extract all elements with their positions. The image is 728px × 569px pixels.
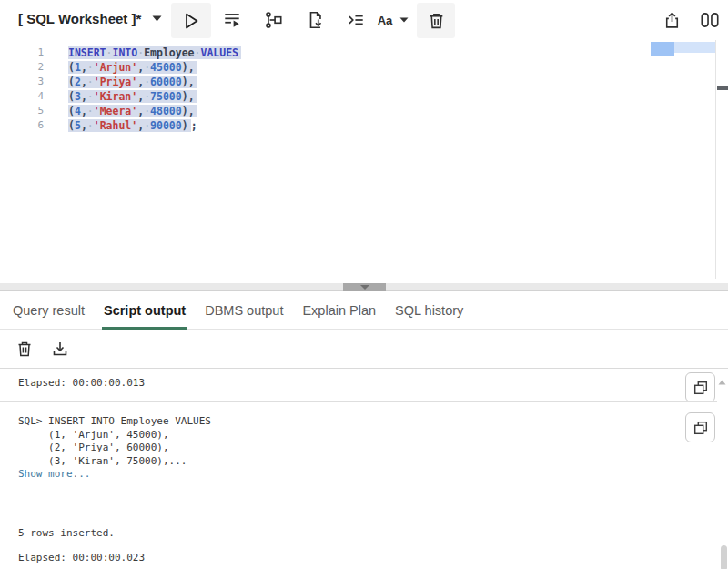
line-number: 6 — [0, 118, 44, 133]
format-icon — [346, 10, 366, 30]
run-icon — [181, 11, 201, 31]
clear-worksheet-button[interactable] — [417, 3, 455, 38]
download-document-icon — [306, 10, 326, 30]
run-script-icon — [222, 10, 242, 30]
line-number: 2 — [0, 60, 44, 75]
show-more-link[interactable]: Show more... — [18, 468, 211, 482]
explain-plan-icon — [264, 10, 284, 30]
chevron-down-icon — [360, 285, 369, 290]
script-output-line: (3, 'Kiran', 75000),... — [18, 455, 211, 469]
tab-sql-history[interactable]: SQL history — [393, 291, 465, 329]
code-line[interactable]: 2(1,·'Arjun',·45000), — [0, 60, 241, 75]
output-separator — [0, 401, 717, 402]
code-line[interactable]: 6(5,·'Rahul',·90000); — [0, 118, 241, 133]
code-editor[interactable]: 1INSERT·INTO·Employee·VALUES2(1,·'Arjun'… — [0, 40, 728, 279]
worksheet-title: [ SQL Worksheet ]* — [18, 11, 141, 26]
copy-output-button[interactable] — [685, 372, 715, 402]
output-scrollbar-thumb[interactable] — [721, 545, 727, 569]
font-size-label: Aa — [378, 14, 393, 27]
scroll-up-arrow[interactable] — [718, 380, 726, 385]
output-toolbar — [0, 330, 728, 368]
worksheet-toolbar: [ SQL Worksheet ]* — [0, 0, 728, 40]
splitter-handle[interactable] — [343, 283, 386, 291]
download-document-button[interactable] — [302, 8, 329, 32]
tab-dbms-output[interactable]: DBMS output — [203, 291, 285, 329]
clear-output-button[interactable] — [12, 337, 37, 361]
script-output-line: (2, 'Priya', 60000), — [18, 442, 211, 455]
line-number: 5 — [0, 104, 44, 118]
selected-text: INSERT·INTO·Employee·VALUES — [68, 46, 241, 59]
copy-output-button[interactable] — [685, 412, 715, 442]
font-size-dropdown[interactable]: Aa — [373, 8, 413, 32]
code-line[interactable]: 1INSERT·INTO·Employee·VALUES — [0, 46, 241, 60]
code-lines: 1INSERT·INTO·Employee·VALUES2(1,·'Arjun'… — [0, 46, 241, 133]
binoculars-icon — [699, 10, 721, 30]
sql-worksheet-app: [ SQL Worksheet ]* — [0, 0, 728, 569]
panel-splitter — [0, 279, 728, 291]
minimap-selection-block — [651, 42, 674, 56]
format-button[interactable] — [342, 8, 369, 32]
chevron-down-icon — [152, 15, 162, 22]
chevron-down-icon — [399, 17, 409, 23]
upload-button[interactable] — [659, 8, 684, 32]
upload-icon — [662, 11, 682, 30]
code-line[interactable]: 4(3,·'Kiran',·75000), — [0, 89, 241, 104]
line-number: 3 — [0, 75, 44, 89]
worksheet-title-dropdown[interactable]: [ SQL Worksheet ]* — [18, 11, 162, 26]
explain-plan-button[interactable] — [260, 8, 288, 32]
trash-icon — [15, 340, 34, 358]
script-output-line: (1, 'Arjun', 45000), — [18, 429, 211, 442]
find-binoculars-button[interactable] — [695, 8, 724, 32]
minimap-selection-band — [674, 42, 715, 53]
selected-text: (4,·'Meera',·48000), — [68, 105, 197, 117]
copy-icon — [693, 420, 709, 436]
line-number: 4 — [0, 89, 44, 104]
selected-text: (2,·'Priya',·60000), — [68, 76, 197, 88]
elapsed-time-first: Elapsed: 00:00:00.013 — [18, 377, 145, 389]
selected-text: (1,·'Arjun',·45000), — [68, 61, 197, 74]
tab-explain-plan[interactable]: Explain Plan — [300, 291, 378, 329]
download-output-button[interactable] — [47, 337, 73, 361]
script-output-block: SQL> INSERT INTO Employee VALUES (1, 'Ar… — [18, 415, 211, 482]
selected-text: (3,·'Kiran',·75000), — [68, 90, 197, 103]
elapsed-time-second: Elapsed: 00:00:00.023 — [18, 552, 145, 564]
script-output-panel: Elapsed: 00:00:00.013 SQL> INSERT INTO E… — [0, 368, 728, 569]
code-line[interactable]: 3(2,·'Priya',·60000), — [0, 75, 241, 89]
copy-icon — [693, 380, 709, 396]
script-output-line: SQL> INSERT INTO Employee VALUES — [18, 415, 211, 429]
editor-scrollbar-thumb[interactable] — [717, 86, 728, 90]
tab-query-result[interactable]: Query result — [11, 291, 86, 329]
editor-scrollbar-track — [715, 40, 716, 279]
line-number: 1 — [0, 46, 44, 60]
download-icon — [51, 340, 69, 358]
run-statement-button[interactable] — [171, 3, 211, 38]
selected-text: (5,·'Rahul',·90000) — [68, 119, 191, 132]
result-tabs: Query resultScript outputDBMS outputExpl… — [0, 291, 728, 330]
trash-icon — [427, 11, 446, 30]
run-script-button[interactable] — [218, 8, 246, 32]
tab-script-output[interactable]: Script output — [102, 291, 187, 329]
code-line[interactable]: 5(4,·'Meera',·48000), — [0, 104, 241, 118]
rows-inserted-message: 5 rows inserted. — [18, 527, 115, 539]
